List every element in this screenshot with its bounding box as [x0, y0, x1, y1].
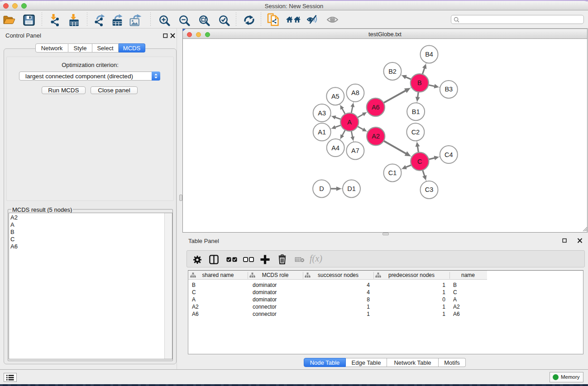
svg-text:A8: A8 [351, 89, 359, 96]
svg-text:A3: A3 [318, 110, 326, 117]
svg-text:B1: B1 [412, 108, 420, 115]
svg-text:C1: C1 [388, 169, 397, 176]
svg-text:B4: B4 [425, 51, 433, 58]
svg-text:D: D [319, 185, 324, 192]
svg-text:B2: B2 [388, 68, 397, 75]
svg-text:A2: A2 [372, 133, 380, 140]
svg-text:A: A [347, 119, 352, 126]
svg-text:C2: C2 [411, 129, 420, 136]
svg-text:A6: A6 [372, 104, 380, 111]
svg-text:C3: C3 [425, 186, 434, 193]
svg-text:A4: A4 [331, 144, 339, 152]
svg-text:A7: A7 [351, 147, 359, 154]
svg-text:C: C [417, 158, 422, 165]
svg-text:B: B [417, 79, 422, 86]
svg-text:C4: C4 [445, 151, 453, 158]
svg-text:B3: B3 [445, 86, 453, 93]
svg-text:A1: A1 [318, 129, 326, 136]
svg-text:A5: A5 [331, 93, 339, 100]
svg-text:D1: D1 [347, 185, 356, 192]
